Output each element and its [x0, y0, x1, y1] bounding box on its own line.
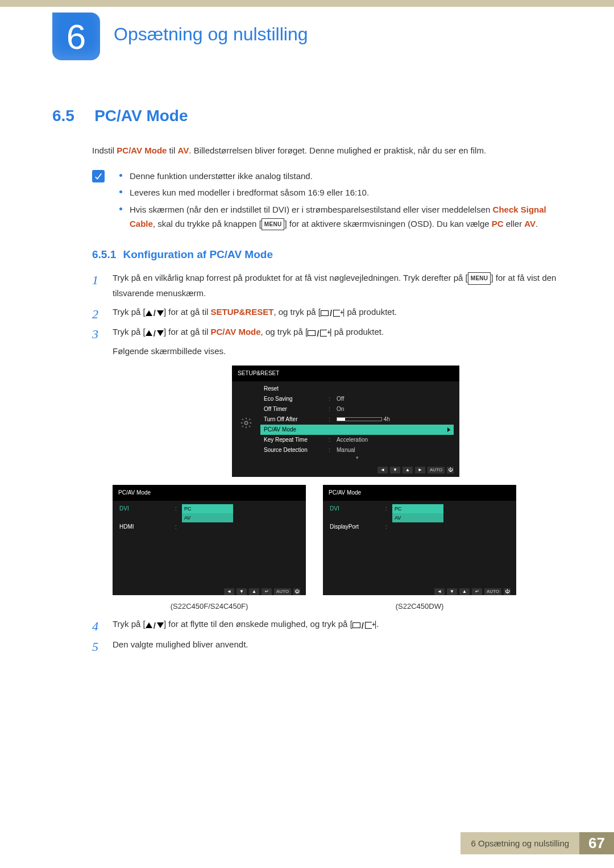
section-number: 6.5 [52, 107, 92, 125]
osd-row-turnoff: Turn Off After [260, 414, 329, 425]
section-intro: Indstil PC/AV Mode til AV. Billedstørrel… [92, 144, 562, 157]
intro-text: . Billedstørrelsen bliver forøget. Denne… [189, 146, 486, 155]
nav-up-icon: ▲ [459, 588, 470, 595]
step-item: 3 Tryk på [/] for at gå til PC/AV Mode, … [92, 324, 562, 613]
osd-title: SETUP&RESET [232, 366, 459, 381]
section-body: 6.5 PC/AV Mode Indstil PC/AV Mode til AV… [52, 107, 562, 655]
note-item: Leveres kun med modeller i bredformat så… [119, 185, 562, 200]
step-item: 1 Tryk på en vilkårlig knap forrest på p… [92, 270, 562, 301]
osd-row-pcav: PC/AV Mode [260, 425, 329, 435]
nav-auto-button: AUTO [274, 588, 291, 595]
nav-up-icon: ▲ [403, 467, 413, 474]
osd-caption-left: (S22C450F/S24C450F) [113, 600, 306, 613]
enter-source-icon: / [308, 326, 329, 341]
nav-left-icon: ◄ [377, 467, 388, 474]
osd-pill-av: AV [182, 513, 233, 522]
subsection-title: Konfiguration af PC/AV Mode [123, 248, 273, 260]
step-item: 5 Den valgte mulighed bliver anvendt. [92, 637, 562, 652]
osd-pair: PC/AV Mode DVI:PC AV HDMI: ◄ ▼ ▲ ↵ [113, 485, 562, 613]
osd-row-eco: Eco Saving [260, 394, 329, 404]
osd-val-key: Acceleration [334, 435, 454, 445]
note-block: Denne funktion understøtter ikke analog … [92, 169, 562, 231]
osd-pill-pc: PC [392, 504, 443, 513]
osd-title: PC/AV Mode [323, 485, 516, 501]
footer-chapter-label: 6 Opsætning og nulstilling [460, 832, 579, 854]
nav-auto-button: AUTO [484, 588, 501, 595]
intro-text: Indstil [92, 146, 117, 155]
note-icon [92, 170, 105, 182]
step-accent-setupreset: SETUP&RESET [211, 307, 274, 317]
note-accent-pc: PC [492, 219, 504, 229]
header-accent-bar [0, 0, 614, 7]
step-number: 4 [92, 615, 98, 638]
osd-side-icon [232, 381, 260, 464]
osd-nav-bar: ◄ ▼ ▲ ► AUTO ⏻ [232, 464, 459, 474]
subsection-number: 6.5.1 [92, 248, 116, 260]
chapter-title: Opsætning og nulstilling [114, 24, 308, 45]
osd-caption-right: (S22C450DW) [323, 600, 516, 613]
page-footer: 6 Opsætning og nulstilling 67 [0, 832, 614, 854]
osd-row-displayport: DisplayPort [329, 522, 385, 532]
nav-up-icon: ▲ [249, 588, 259, 595]
enter-source-icon: / [321, 305, 342, 321]
nav-enter-icon: ↵ [262, 588, 272, 595]
subsection-heading: 6.5.1 Konfiguration af PC/AV Mode 1 Tryk… [92, 248, 562, 652]
osd-setup-reset: SETUP&RESET Reset Eco Saving:Off Off Tim… [232, 366, 459, 477]
osd-row-hdmi: HDMI [118, 522, 175, 532]
nav-power-icon: ⏻ [504, 588, 511, 595]
nav-auto-button: AUTO [428, 467, 445, 474]
intro-accent-pcav: PC/AV Mode [117, 146, 167, 155]
osd-val-eco: Off [334, 394, 454, 404]
chapter-number: 6 [67, 16, 86, 57]
menu-button-graphic: MENU [262, 218, 285, 230]
section-title: PC/AV Mode [94, 107, 188, 124]
menu-button-graphic: MENU [468, 272, 491, 285]
osd-row-dvi: DVI [118, 504, 175, 514]
osd-pcav-left: PC/AV Mode DVI:PC AV HDMI: ◄ ▼ ▲ ↵ [113, 485, 306, 595]
step-item: 2 Tryk på [/] for at gå til SETUP&RESET,… [92, 304, 562, 321]
intro-accent-av: AV [178, 146, 189, 155]
footer-page-number: 67 [579, 832, 614, 854]
up-down-arrows-icon: / [146, 305, 164, 321]
osd-nav-bar: ◄ ▼ ▲ ↵ AUTO ⏻ [113, 586, 306, 595]
osd-pill-pc: PC [182, 504, 233, 513]
up-down-arrows-icon: / [146, 618, 164, 633]
nav-down-icon: ▼ [447, 588, 457, 595]
nav-power-icon: ⏻ [447, 467, 454, 474]
osd-val-timer: On [334, 404, 454, 414]
osd-nav-bar: ◄ ▼ ▲ ↵ AUTO ⏻ [323, 586, 516, 595]
nav-right-icon: ► [415, 467, 425, 474]
osd-title: PC/AV Mode [113, 485, 306, 501]
note-accent-av: AV [524, 219, 536, 229]
osd-left-wrapper: PC/AV Mode DVI:PC AV HDMI: ◄ ▼ ▲ ↵ [113, 485, 306, 613]
note-list: Denne funktion understøtter ikke analog … [119, 169, 562, 231]
osd-progress-bar [337, 417, 382, 421]
osd-row-timer: Off Timer [260, 404, 329, 414]
note-item: Hvis skærmen (når den er indstillet til … [119, 202, 562, 231]
step-accent-pcav: PC/AV Mode [211, 327, 261, 337]
osd-pill-av: AV [392, 513, 443, 522]
step-number: 3 [92, 323, 98, 346]
nav-down-icon: ▼ [390, 467, 400, 474]
chapter-number-badge: 6 [52, 13, 100, 60]
step-number: 5 [92, 636, 98, 658]
osd-row-key: Key Repeat Time [260, 435, 329, 445]
intro-text: til [167, 146, 177, 155]
step-after-text: Følgende skærmbillede vises. [113, 343, 562, 359]
section-heading: 6.5 PC/AV Mode [52, 107, 562, 125]
nav-down-icon: ▼ [237, 588, 247, 595]
step-number: 2 [92, 303, 98, 326]
osd-right-wrapper: PC/AV Mode DVI:PC AV DisplayPort: ◄ ▼ ▲ … [323, 485, 516, 613]
osd-val-src: Manual [334, 445, 454, 455]
chevron-right-icon [447, 427, 450, 432]
osd-pcav-right: PC/AV Mode DVI:PC AV DisplayPort: ◄ ▼ ▲ … [323, 485, 516, 595]
enter-source-icon: / [352, 618, 374, 633]
nav-enter-icon: ↵ [472, 588, 482, 595]
steps-list: 1 Tryk på en vilkårlig knap forrest på p… [92, 270, 562, 652]
nav-power-icon: ⏻ [293, 588, 300, 595]
svg-point-0 [244, 421, 248, 425]
note-item: Denne funktion understøtter ikke analog … [119, 169, 562, 184]
step-number: 1 [92, 269, 98, 292]
osd-row-reset: Reset [260, 384, 329, 394]
nav-left-icon: ◄ [224, 588, 234, 595]
